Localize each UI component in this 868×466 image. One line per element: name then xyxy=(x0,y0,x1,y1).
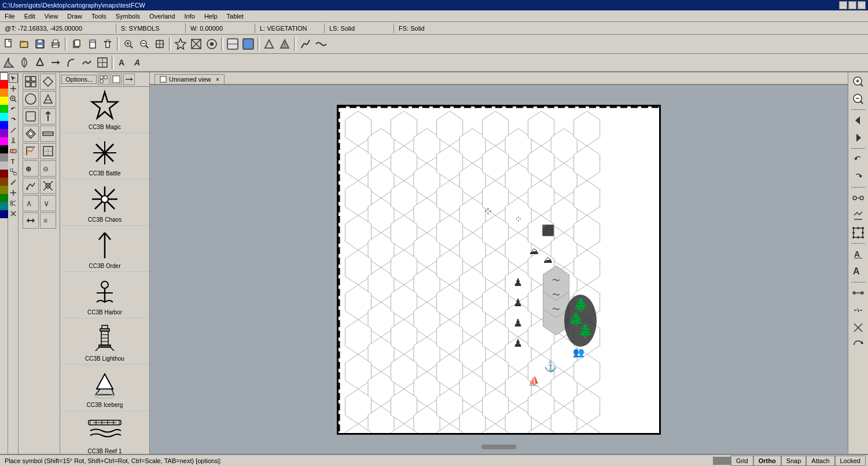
minimize-btn[interactable]: _ xyxy=(839,1,847,9)
grid-btn[interactable]: Grid xyxy=(731,456,753,466)
wt-icon11[interactable]: ⊕ xyxy=(23,160,39,177)
menu-tablet[interactable]: Tablet xyxy=(225,12,246,21)
wt-icon5[interactable] xyxy=(23,108,39,124)
lt-erase[interactable] xyxy=(9,146,18,156)
wt-icon6[interactable] xyxy=(40,108,56,124)
menu-overland[interactable]: Overland xyxy=(147,12,178,21)
tb-zoom-out[interactable] xyxy=(137,36,152,52)
color-silver[interactable] xyxy=(0,162,8,170)
lt-cross[interactable] xyxy=(9,209,18,218)
rt-connect[interactable] xyxy=(850,190,866,206)
sym-cc3b-lighthouse[interactable]: CC3B Lighthou xyxy=(60,318,149,365)
sym-cc3b-battle[interactable]: CC3B Battle xyxy=(60,133,149,179)
color-red[interactable] xyxy=(0,80,8,89)
tb-zoom-in[interactable] xyxy=(121,36,136,52)
menu-file[interactable]: File xyxy=(2,12,17,21)
color-darkgreen[interactable] xyxy=(0,194,8,202)
view-tab-close[interactable]: × xyxy=(216,76,219,83)
sym-cc3b-order[interactable]: CC3B Order xyxy=(60,226,149,272)
tb2-1[interactable] xyxy=(1,55,16,70)
locked-btn[interactable]: Locked xyxy=(835,456,866,466)
lt-pencil[interactable] xyxy=(9,126,18,135)
rt-connect2[interactable] xyxy=(850,285,866,301)
tb-zoom-extent[interactable] xyxy=(152,36,167,52)
rt-text-a1[interactable]: A xyxy=(850,246,866,262)
tb2-3[interactable] xyxy=(32,55,47,70)
wt-icon16[interactable]: ∨ xyxy=(40,195,56,211)
tb-sym-3[interactable] xyxy=(204,36,219,52)
wt-icon17[interactable] xyxy=(23,212,39,229)
lt-scissors[interactable] xyxy=(9,199,18,208)
rt-undo[interactable] xyxy=(850,151,866,167)
tb2-8[interactable]: A xyxy=(116,55,131,70)
options-button[interactable]: Options... xyxy=(61,75,97,84)
rt-break[interactable] xyxy=(850,320,866,336)
lt-select[interactable] xyxy=(9,74,18,83)
menu-info[interactable]: Info xyxy=(182,12,197,21)
tb-sym-1[interactable] xyxy=(173,36,188,52)
wt-icon3[interactable] xyxy=(23,91,39,107)
rt-pan-left[interactable] xyxy=(850,112,866,129)
rt-disconnect[interactable] xyxy=(850,302,866,318)
tb2-7[interactable] xyxy=(95,55,110,70)
lt-measure[interactable] xyxy=(9,178,18,187)
menu-edit[interactable]: Edit xyxy=(22,12,38,21)
color-gray[interactable] xyxy=(0,153,8,162)
tb-sym-2[interactable] xyxy=(189,36,204,52)
view-tab[interactable]: Unnamed view × xyxy=(155,74,225,84)
color-navy[interactable] xyxy=(0,210,8,218)
tb2-6[interactable] xyxy=(79,55,94,70)
tb2-2[interactable] xyxy=(17,55,32,70)
rt-zoom-out[interactable] xyxy=(850,91,866,107)
tb-paste[interactable] xyxy=(84,36,100,52)
tb2-9[interactable]: A xyxy=(131,55,146,70)
lt-text[interactable]: T xyxy=(9,157,18,166)
wt-icon18[interactable]: ≡ xyxy=(40,212,56,229)
wt-icon1[interactable] xyxy=(23,74,39,90)
snap-btn[interactable]: Snap xyxy=(781,456,807,466)
wt-icon15[interactable]: ∧ xyxy=(23,195,39,211)
rt-text-a2[interactable]: A xyxy=(850,263,866,280)
color-teal[interactable] xyxy=(0,202,8,210)
rt-zoom-in[interactable] xyxy=(850,74,866,90)
color-orange[interactable] xyxy=(0,89,8,97)
lt-undo[interactable] xyxy=(9,105,18,114)
attach-btn[interactable]: Attach xyxy=(806,456,834,466)
h-scrollbar[interactable] xyxy=(481,445,516,449)
map-viewport[interactable]: ⁘ ⁘ ⬛ ⛰ ⛰ 〜 〜 〜 xyxy=(150,85,848,454)
lt-paint[interactable] xyxy=(9,136,18,145)
tb2-5[interactable] xyxy=(64,55,79,70)
tb-sym-6[interactable] xyxy=(262,36,277,52)
tb-sym-5[interactable] xyxy=(241,36,256,52)
sym-panel-btn3[interactable] xyxy=(123,74,135,85)
wt-icon13[interactable] xyxy=(23,178,39,194)
color-brown[interactable] xyxy=(0,178,8,186)
sym-panel-btn2[interactable] xyxy=(111,74,122,85)
tb-new[interactable] xyxy=(1,36,16,52)
rt-snap-on[interactable] xyxy=(850,207,866,223)
lt-pan[interactable] xyxy=(9,84,18,93)
menu-draw[interactable]: Draw xyxy=(65,12,84,21)
color-yellow[interactable] xyxy=(0,97,8,105)
wt-icon8[interactable] xyxy=(40,126,56,142)
color-maroon[interactable] xyxy=(0,170,8,178)
sym-cc3b-magic[interactable]: CC3B Magic xyxy=(60,87,149,133)
wt-icon12[interactable]: ⊖ xyxy=(40,160,56,177)
rt-grid-snap[interactable] xyxy=(850,225,866,241)
color-green[interactable] xyxy=(0,105,8,113)
wt-icon10[interactable] xyxy=(40,143,56,159)
color-white[interactable] xyxy=(0,72,8,80)
wt-icon7[interactable] xyxy=(23,126,39,142)
menu-help[interactable]: Help xyxy=(202,12,220,21)
tb-sym-8[interactable] xyxy=(298,36,313,52)
wt-icon2[interactable] xyxy=(40,74,56,90)
sym-cc3b-harbor[interactable]: CC3B Harbor xyxy=(60,272,149,318)
maximize-btn[interactable]: □ xyxy=(848,1,856,9)
tb-sym-9[interactable] xyxy=(314,36,329,52)
close-btn[interactable]: × xyxy=(858,1,866,9)
color-magenta[interactable] xyxy=(0,137,8,145)
menu-tools[interactable]: Tools xyxy=(89,12,109,21)
rt-pan-right[interactable] xyxy=(850,130,866,146)
wt-icon9[interactable] xyxy=(23,143,39,159)
tb-print[interactable] xyxy=(48,36,63,52)
